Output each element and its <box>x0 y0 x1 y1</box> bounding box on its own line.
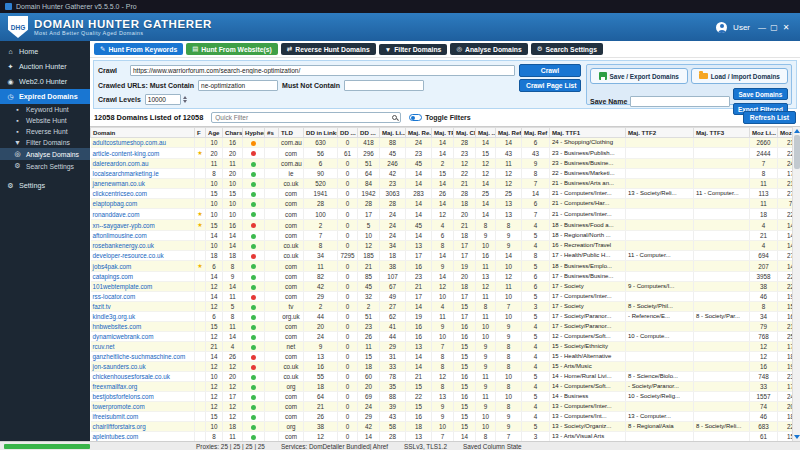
table-row[interactable]: catapings.com149com820851072314201312617… <box>91 272 800 282</box>
toggle-filters-control[interactable]: Toggle Filters <box>409 114 470 121</box>
save-name-input[interactable] <box>630 96 730 107</box>
domain-cell[interactable]: jobs4pak.com <box>91 261 195 272</box>
column-header-dd[interactable]: DD ... <box>358 128 380 138</box>
domain-cell[interactable]: hnbwebsites.com <box>91 322 195 332</box>
tab-hunt-from-keywords[interactable]: ✎Hunt From Keywords <box>94 43 183 55</box>
toggle-switch-icon[interactable] <box>409 114 422 121</box>
domain-cell[interactable]: ganzheitliche-suchmaschine.com <box>91 352 195 362</box>
table-row[interactable]: jon-saunders.co.uk1212co.uk1601833148159… <box>91 362 800 372</box>
domain-cell[interactable]: ronanddave.com <box>91 209 195 220</box>
domain-cell[interactable]: freexmailfax.org <box>91 382 195 392</box>
domain-cell[interactable]: kindle3g.org.uk <box>91 312 195 322</box>
column-header-chars[interactable]: Chars <box>223 128 243 138</box>
column-header-maj-li[interactable]: Maj. Li... <box>380 128 406 138</box>
crawl-button[interactable]: Crawl <box>519 64 581 77</box>
table-row[interactable]: rcuv.net214net9011291371598415 - Society… <box>91 342 800 352</box>
table-row[interactable]: localsearchmarketing.ie820ie900644214152… <box>91 169 800 179</box>
tab-reverse-hunt-domains[interactable]: ⇄Reverse Hunt Domains <box>281 43 376 55</box>
sidebar-item-home[interactable]: ⌂Home <box>0 44 90 59</box>
table-row[interactable]: rss-locator.com1411com290324917101711105… <box>91 292 800 302</box>
column-header-dd[interactable]: DD ... <box>338 128 358 138</box>
scroll-down-icon[interactable] <box>794 435 800 439</box>
domain-cell[interactable]: dalereardon.com.au <box>91 159 195 169</box>
table-row[interactable]: fazit.tv125tv202271441587317 - Society8 … <box>91 302 800 312</box>
table-row[interactable]: apleintubes.com811com12014281371487313 -… <box>91 432 800 442</box>
column-header-maj-tf[interactable]: Maj. TF <box>432 128 454 138</box>
sidebar-item-search-settings[interactable]: ⚙Search Settings <box>0 160 90 172</box>
must-contain-input[interactable] <box>198 80 278 91</box>
sidebar-item-auction-hunter[interactable]: ✦Auction Hunter <box>0 59 90 74</box>
sidebar-item-expired-domains[interactable]: ◷Expired Domains <box>0 89 90 104</box>
table-row[interactable]: dalereardon.com.au1111com.au605124645212… <box>91 159 800 169</box>
scroll-up-icon[interactable] <box>794 129 800 133</box>
tab-filter-domains[interactable]: ▼Filter Domains <box>379 44 448 55</box>
domain-cell[interactable]: towerpromote.com <box>91 402 195 412</box>
table-row[interactable]: article-content-king.com★2020com56612964… <box>91 148 800 159</box>
table-row[interactable]: ifreeisubmit.com1512com26029431691510941… <box>91 412 800 422</box>
domain-cell[interactable]: localsearchmarketing.ie <box>91 169 195 179</box>
sidebar-item-web2-0-hunter[interactable]: ◉Web2.0 Hunter <box>0 74 90 89</box>
refresh-list-button[interactable]: Refresh List <box>743 111 796 124</box>
tab-analyse-domains[interactable]: ◎Analyse Domains <box>450 43 527 55</box>
domain-cell[interactable]: ifreeisubmit.com <box>91 412 195 422</box>
table-row[interactable]: towerpromote.com1212com21024391591598413… <box>91 402 800 412</box>
column-header-domain[interactable]: Domain <box>91 128 195 138</box>
domain-cell[interactable]: dynamicwebrank.com <box>91 332 195 342</box>
sidebar-item-website-hunt[interactable]: ▪Website Hunt <box>0 115 90 126</box>
column-header-f[interactable]: F <box>195 128 206 138</box>
crawl-page-list-button[interactable]: Crawl Page List <box>519 79 581 92</box>
column-header-dd-in-links[interactable]: DD in Links <box>304 128 338 138</box>
search-icon[interactable] <box>392 115 397 120</box>
sidebar-item-filter-domains[interactable]: ▼Filter Domains <box>0 137 90 148</box>
column-header-maj-ref-su[interactable]: Maj. Ref Su... <box>522 128 550 138</box>
table-row[interactable]: 101webtemplate.com1214com420456721121812… <box>91 282 800 292</box>
table-row[interactable]: hnbwebsites.com1511com200234116916109417… <box>91 322 800 332</box>
domain-cell[interactable]: developer-resource.co.uk <box>91 251 195 261</box>
domain-cell[interactable]: fazit.tv <box>91 302 195 312</box>
domain-cell[interactable]: rcuv.net <box>91 342 195 352</box>
domain-cell[interactable]: janenewman.co.uk <box>91 179 195 189</box>
domain-cell[interactable]: jon-saunders.co.uk <box>91 362 195 372</box>
domain-cell[interactable]: article-content-king.com <box>91 148 195 159</box>
column-header-maj[interactable]: Maj. ... <box>476 128 496 138</box>
quick-filter-input[interactable] <box>215 113 390 122</box>
column-header-maj-re[interactable]: Maj. Re... <box>406 128 432 138</box>
scrollbar-thumb[interactable] <box>794 135 800 169</box>
column-header-hyphen[interactable]: Hyphen <box>243 128 265 138</box>
table-row[interactable]: dynamicwebrank.com1214com240264416101610… <box>91 332 800 342</box>
close-button[interactable]: ✕ <box>780 23 792 32</box>
crawl-url-input[interactable] <box>130 65 515 76</box>
maximize-button[interactable]: ▢ <box>768 23 780 32</box>
domain-cell[interactable]: catapings.com <box>91 272 195 282</box>
tab-search-settings[interactable]: ⚙Search Settings <box>531 43 603 55</box>
table-row[interactable]: adultcostumeshop.com.au1016com.au6300418… <box>91 138 800 148</box>
domain-cell[interactable]: chairliftforstairs.org <box>91 422 195 432</box>
column-header-maj-ttf1[interactable]: Maj. TTF1 <box>550 128 626 138</box>
column-header-maj-cf[interactable]: Maj. CF <box>454 128 476 138</box>
domain-cell[interactable]: rosebankenergy.co.uk <box>91 241 195 251</box>
vertical-scrollbar[interactable] <box>792 127 800 441</box>
sidebar-item-analyse-domains[interactable]: ◎Analyse Domains <box>0 148 90 160</box>
table-row[interactable]: elaptopbag.com1010com2802828141418141362… <box>91 199 800 209</box>
domain-cell[interactable]: adultcostumeshop.com.au <box>91 138 195 148</box>
column-header-maj-ref-ips[interactable]: Maj. Ref IPs <box>496 128 522 138</box>
table-row[interactable]: bestjobsforfelons.com1217com640698822131… <box>91 392 800 402</box>
domain-cell[interactable]: xn--saygaver-ypb.com <box>91 220 195 231</box>
column-header-age[interactable]: Age <box>206 128 223 138</box>
spinner-arrows-icon[interactable] <box>183 96 187 103</box>
table-row[interactable]: jobs4pak.com★68com1102138169191110518 - … <box>91 261 800 272</box>
sidebar-item-reverse-hunt[interactable]: ▪Reverse Hunt <box>0 126 90 137</box>
table-row[interactable]: janenewman.co.uk1010co.uk520084231414211… <box>91 179 800 189</box>
column-header-moz-li[interactable]: Moz Li... <box>750 128 778 138</box>
must-not-contain-input[interactable] <box>344 80 424 91</box>
load-import-domains-button[interactable]: Load / Import Domains <box>691 68 789 84</box>
table-row[interactable]: rosebankenergy.co.uk1014co.uk80123413817… <box>91 241 800 251</box>
sidebar-item-keyword-hunt[interactable]: ▪Keyword Hunt <box>0 104 90 115</box>
minimize-button[interactable]: — <box>756 23 768 32</box>
tab-hunt-from-website-s[interactable]: ▤Hunt From Website(s) <box>186 43 278 55</box>
domain-cell[interactable]: clickcentricseo.com <box>91 189 195 199</box>
domain-cell[interactable]: apleintubes.com <box>91 432 195 442</box>
save-domains-button[interactable]: Save Domains <box>733 88 788 100</box>
table-row[interactable]: xn--saygaver-ypb.com★1516com205244542188… <box>91 220 800 231</box>
crawl-levels-input[interactable] <box>145 94 181 105</box>
